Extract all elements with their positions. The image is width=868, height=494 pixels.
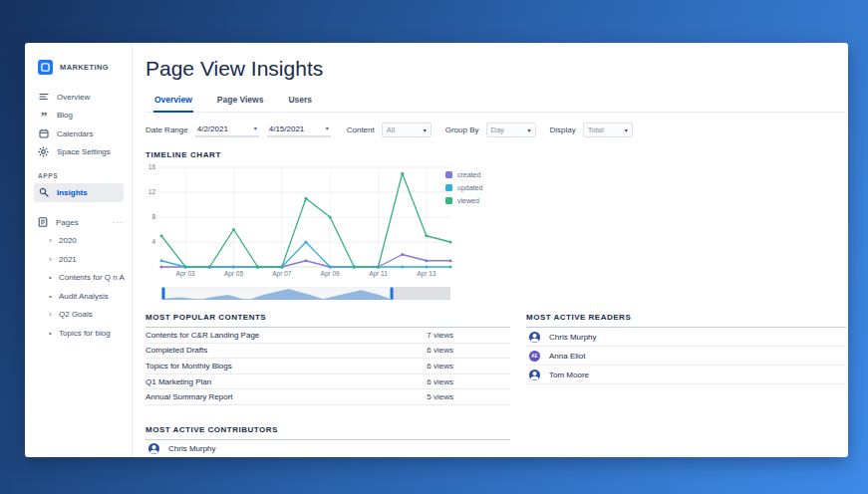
more-icon[interactable]: ··· [113,218,124,227]
date-range-label: Date Range [145,125,188,134]
tab-overview[interactable]: Overview [153,92,193,113]
content-name: Annual Summary Report [145,392,233,401]
popular-content-row[interactable]: Annual Summary Report5 views [145,389,510,405]
popular-content-row[interactable]: Q1 Marketing Plan6 views [145,374,510,390]
sidebar-item-space-settings[interactable]: Space Settings [34,143,124,162]
right-column: MOST ACTIVE READERS Chris MurphyAEAnna E… [526,313,846,457]
chevron-down-icon [424,127,427,133]
user-name: Chris Murphy [549,333,597,342]
chevron-down-icon [326,125,329,131]
svg-text:Apr 03: Apr 03 [176,270,196,278]
user-row[interactable]: Chris Murphy [526,328,846,347]
sidebar-item-label: Insights [57,188,88,197]
content-views: 6 views [427,346,453,355]
pages-tree-item-q2-goals[interactable]: ›Q2 Goals [38,306,132,325]
stats-sections: MOST POPULAR CONTENTS Contents for C&R L… [145,313,846,457]
user-name: Chris Murphy [168,444,216,453]
chevron-right-icon[interactable]: › [47,310,54,319]
sidebar-item-label: Calendars [57,129,93,138]
content-label: Content [347,125,375,134]
group-by-select[interactable]: Day [486,123,536,137]
display-select-value: Total [588,125,604,134]
date-from-field[interactable]: 4/2/2021 [195,124,259,137]
calendar-icon [38,128,49,139]
popular-content-row[interactable]: Contents for C&R Landing Page7 views [145,328,510,344]
brush-right-handle [391,288,394,300]
tab-users[interactable]: Users [287,92,313,112]
content-name: Completed Drafts [145,346,207,355]
sidebar-item-label: Space Settings [57,147,111,156]
chart-legend: createdupdatedviewed [445,171,482,204]
chevron-down-icon [254,125,257,131]
contributors-list: Chris MurphyAEAnna Eliot [145,440,510,457]
popular-content-row[interactable]: Completed Drafts6 views [145,344,510,360]
svg-text:16: 16 [148,163,156,170]
svg-text:12: 12 [148,188,156,195]
pages-tree-item-2020[interactable]: ›2020 [38,232,132,251]
sidebar-item-pages[interactable]: Pages ··· [38,214,132,232]
tree-item-label: Topics for blog [59,329,111,338]
timeline-chart-title: TIMELINE CHART [145,150,846,159]
popular-content-row[interactable]: Topics for Monthly Blogs6 views [145,359,510,374]
pages-tree: ›2020›2021•Contents for Q n A•Audit Anal… [38,232,132,343]
content-select[interactable]: All [382,123,432,137]
svg-text:8: 8 [151,213,155,220]
apps-section-label: APPS [38,172,132,179]
date-to-field[interactable]: 4/15/2021 [267,124,331,137]
user-row[interactable]: Tom Moore [526,366,846,384]
content-select-value: All [387,125,395,134]
chevron-right-icon[interactable]: › [47,236,54,245]
space-header[interactable]: MARKETING [38,60,132,75]
pages-tree-item-audit-analysis[interactable]: •Audit Analysis [38,287,132,306]
svg-text:”: ” [40,111,47,121]
pages-tree-item-contents-for-q-n-a[interactable]: •Contents for Q n A [38,269,132,288]
sidebar: MARKETING Overview”BlogCalendarsSpace Se… [25,43,133,457]
chevron-down-icon [528,127,531,133]
user-name: Anna Eliot [549,352,585,361]
timeline-chart-section: TIMELINE CHART Apr 03Apr 05Apr 07Apr 09A… [145,150,846,304]
tab-bar: OverviewPage ViewsUsers [145,92,846,113]
space-name: MARKETING [60,63,109,72]
pages-tree-item-topics-for-blog[interactable]: •Topics for blog [38,324,132,343]
legend-item-created: created [445,171,482,178]
display-select[interactable]: Total [583,123,633,137]
tree-item-label: 2020 [59,236,77,245]
search-icon [38,187,49,198]
sidebar-item-overview[interactable]: Overview [34,88,124,107]
avatar [529,370,540,380]
content-views: 5 views [427,392,453,401]
display-label: Display [550,125,576,134]
chart-range-brush[interactable] [161,287,450,300]
brush-left-handle [161,288,164,300]
left-column: MOST POPULAR CONTENTS Contents for C&R L… [145,313,510,457]
space-logo-icon [38,60,53,75]
pages-tree-item-2021[interactable]: ›2021 [38,250,132,269]
tree-item-label: Q2 Goals [59,310,93,319]
user-name: Tom Moore [549,370,589,379]
svg-text:Apr 13: Apr 13 [417,270,436,278]
tree-item-label: 2021 [59,255,77,264]
most-active-contributors-section: MOST ACTIVE CONTRIBUTORS Chris MurphyAEA… [145,425,510,457]
tab-page-views[interactable]: Page Views [216,92,265,112]
sidebar-item-insights[interactable]: Insights [34,183,124,202]
chevron-right-icon[interactable]: › [47,255,54,264]
popular-contents-list: Contents for C&R Landing Page7 viewsComp… [145,328,510,405]
page-title: Page View Insights [145,57,846,81]
legend-swatch-created [445,171,452,178]
timeline-chart: Apr 03Apr 05Apr 07Apr 09Apr 11Apr 134812… [145,163,846,304]
most-popular-contents-title: MOST POPULAR CONTENTS [145,313,510,328]
pages-label: Pages [56,218,105,227]
legend-label: created [457,171,480,178]
svg-text:Apr 09: Apr 09 [321,270,341,278]
svg-text:Apr 11: Apr 11 [369,270,388,278]
user-row[interactable]: Chris Murphy [145,440,510,457]
tree-item-label: Audit Analysis [59,292,109,301]
svg-text:Apr 05: Apr 05 [224,270,244,278]
date-from-value: 4/2/2021 [197,124,228,133]
sidebar-item-blog[interactable]: ”Blog [34,107,124,125]
sidebar-item-calendars[interactable]: Calendars [34,124,124,143]
group-by-label: Group By [445,125,479,134]
sidebar-item-label: Overview [57,93,90,102]
avatar: AE [529,351,540,362]
user-row[interactable]: AEAnna Eliot [526,347,846,366]
